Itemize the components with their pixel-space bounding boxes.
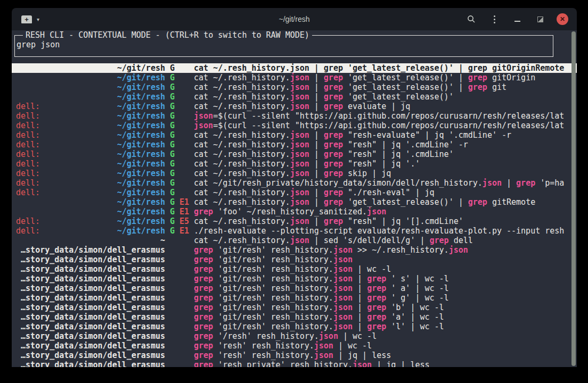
titlebar: + ▾ ~/git/resh ✕ — [12, 8, 577, 30]
directory-label: ~/git/resh — [16, 73, 165, 82]
restore-button[interactable] — [534, 13, 546, 26]
exit-status-flag: E1 — [179, 197, 189, 207]
history-row[interactable]: dell:~/git/reshGcat ~/.resh_history.json… — [12, 140, 577, 149]
history-row[interactable]: …story_data/simon/dell_erasmusgrep 'resh… — [12, 351, 577, 360]
chevron-down-icon[interactable]: ▾ — [37, 16, 39, 22]
history-row[interactable]: dell:~/git/reshGE5cat ~/.resh_history.js… — [12, 217, 577, 226]
search-query-input[interactable]: grep json — [17, 40, 553, 49]
directory-label: ~/git/resh — [16, 197, 165, 207]
command-text: grep 'git/resh' resh_history.json | grep… — [194, 293, 570, 303]
history-row[interactable]: ~cat ~/.resh_history.json | sed 's/dell/… — [12, 236, 577, 245]
history-row[interactable]: dell:~/git/reshGjson=$(curl --silent "ht… — [12, 111, 577, 121]
exit-status-flag: E1 — [179, 207, 189, 217]
directory-label: ~/git/resh — [16, 140, 165, 149]
history-row[interactable]: dell:~/git/reshGjson=$(curl --silent "ht… — [12, 121, 577, 130]
directory-label: …story_data/simon/dell_erasmus — [16, 264, 165, 274]
directory-label: ~/git/resh — [16, 149, 165, 159]
git-flag: G — [170, 159, 175, 169]
history-row[interactable]: …story_data/simon/dell_erasmusgrep 'resh… — [12, 341, 577, 351]
history-row[interactable]: dell:~/git/reshGE1./resh-evaluate --plot… — [12, 226, 577, 236]
history-row[interactable]: …story_data/simon/dell_erasmusgrep 'git/… — [12, 293, 577, 303]
command-text: cat ~/.resh_history.json | grep skip | j… — [194, 169, 570, 178]
git-flag: G — [170, 188, 175, 197]
history-row[interactable]: …story_data/simon/dell_erasmusgrep 'git/… — [12, 274, 577, 284]
terminal-content: RESH CLI - CONTEXTUAL MODE - (CTRL+R to … — [12, 30, 577, 367]
command-text: cat ~/.resh_history.json | sed 's/dell/d… — [194, 236, 570, 245]
directory-label: ~/git/resh — [16, 130, 165, 140]
history-row[interactable]: …story_data/simon/dell_erasmusgrep 'git/… — [12, 322, 577, 331]
history-row[interactable]: …story_data/simon/dell_erasmusgrep 'git/… — [12, 264, 577, 274]
directory-label: ~/git/resh — [16, 92, 165, 102]
close-button[interactable]: ✕ — [557, 13, 568, 25]
directory-label: ~/git/resh — [16, 188, 165, 197]
directory-label: …story_data/simon/dell_erasmus — [16, 312, 165, 322]
new-tab-icon: + — [21, 15, 32, 23]
history-row[interactable]: dell:~/git/reshGcat ~/.resh_history.json… — [12, 102, 577, 111]
history-row[interactable]: ~/git/reshGcat ~/.resh_history.json | gr… — [12, 92, 577, 102]
search-button[interactable] — [465, 13, 478, 26]
directory-label: …story_data/simon/dell_erasmus — [16, 303, 165, 312]
git-flag: G — [170, 169, 175, 178]
history-row[interactable]: ~/git/reshGcat ~/.resh_history.json | gr… — [12, 73, 577, 82]
directory-label: …story_data/simon/dell_erasmus — [16, 255, 165, 264]
command-text: json=$(curl --silent "https://api.github… — [194, 121, 570, 130]
history-row[interactable]: dell:~/git/reshGcat ~/git/resh_private/h… — [12, 178, 577, 188]
command-text: ./resh-evaluate --plotting-script evalua… — [194, 226, 570, 236]
history-row[interactable]: dell:~/git/reshGcat ~/.resh_history.json… — [12, 188, 577, 197]
terminal-window: + ▾ ~/git/resh ✕ — [12, 8, 577, 367]
git-flag: G — [170, 92, 175, 102]
history-row[interactable]: ~/git/reshGE1cat ~/.resh_history.json | … — [12, 197, 577, 207]
command-text: grep 'resh' resh_history.json | jq | les… — [194, 351, 570, 360]
minimize-icon — [514, 21, 520, 22]
command-text: grep 'git/resh' resh_history.json — [194, 255, 570, 264]
history-row[interactable]: …story_data/simon/dell_erasmusgrep 'git/… — [12, 245, 577, 255]
git-flag: G — [170, 217, 175, 226]
command-text: cat ~/.resh_history.json | grep evaluate… — [194, 102, 570, 111]
command-text: grep 'git/resh' resh_history.json | grep… — [194, 284, 570, 293]
search-icon — [467, 15, 476, 23]
git-flag: G — [170, 130, 175, 140]
search-box: RESH CLI - CONTEXTUAL MODE - (CTRL+R to … — [14, 35, 553, 57]
new-tab-button[interactable]: + ▾ — [21, 15, 39, 23]
directory-label: ~/git/resh — [16, 102, 165, 111]
history-row[interactable]: …story_data/simon/dell_erasmusgrep 'git/… — [12, 255, 577, 264]
command-text: cat ~/git/resh_private/history_data/simo… — [194, 178, 570, 188]
command-text: cat ~/.resh_history.json | grep 'get_lat… — [194, 82, 570, 92]
kebab-menu-icon — [494, 15, 495, 23]
menu-button[interactable] — [488, 13, 501, 26]
directory-label: …story_data/simon/dell_erasmus — [16, 360, 165, 367]
mode-title: RESH CLI - CONTEXTUAL MODE - (CTRL+R to … — [23, 30, 312, 40]
history-row[interactable]: dell:~/git/reshGcat ~/.resh_history.json… — [12, 130, 577, 140]
command-text: cat ~/.resh_history.json | grep "resh" |… — [194, 140, 570, 149]
command-text: grep 'git/resh' resh_history.json | grep… — [194, 274, 570, 284]
git-flag: G — [170, 178, 175, 188]
history-row[interactable]: ~/git/reshGcat ~/.resh_history.json | gr… — [12, 82, 577, 92]
restore-icon — [537, 16, 543, 22]
history-row[interactable]: dell:~/git/reshGcat ~/.resh_history.json… — [12, 169, 577, 178]
history-row[interactable]: dell:~/git/reshGcat ~/.resh_history.json… — [12, 159, 577, 169]
history-row[interactable]: …story_data/simon/dell_erasmusgrep 'git/… — [12, 303, 577, 312]
git-flag: G — [170, 140, 175, 149]
command-text: grep 'git/resh' resh_history.json | grep… — [194, 303, 570, 312]
directory-label: ~/git/resh — [16, 63, 165, 73]
history-row[interactable]: …story_data/simon/dell_erasmusgrep '/res… — [12, 331, 577, 341]
directory-label: ~ — [16, 236, 165, 245]
history-row[interactable]: …story_data/simon/dell_erasmusgrep 'git/… — [12, 312, 577, 322]
history-row[interactable]: ~/git/reshGcat ~/.resh_history.json | gr… — [12, 63, 577, 73]
history-row[interactable]: dell:~/git/reshGcat ~/.resh_history.json… — [12, 149, 577, 159]
history-row[interactable]: ~/git/reshGE1grep 'foo' ~/resh_history_s… — [12, 207, 577, 217]
command-text: grep 'git/resh' resh_history.json | wc -… — [194, 264, 570, 274]
scrollbar[interactable] — [571, 31, 576, 366]
minimize-button[interactable] — [511, 13, 524, 26]
history-row[interactable]: …story_data/simon/dell_erasmusgrep 'git/… — [12, 284, 577, 293]
exit-status-flag: E1 — [179, 226, 189, 236]
history-row[interactable]: …story_data/simon/dell_erasmusgrep 'resh… — [12, 360, 577, 367]
directory-label: ~/git/resh — [16, 159, 165, 169]
command-text: cat ~/.resh_history.json | grep "resh-ev… — [194, 130, 570, 140]
git-flag: G — [170, 121, 175, 130]
directory-label: ~/git/resh — [16, 226, 165, 236]
command-text: grep 'git/resh' resh_history.json | grep… — [194, 322, 570, 331]
directory-label: …story_data/simon/dell_erasmus — [16, 293, 165, 303]
command-text: cat ~/.resh_history.json | grep "./resh-… — [194, 188, 570, 197]
directory-label: ~/git/resh — [16, 178, 165, 188]
